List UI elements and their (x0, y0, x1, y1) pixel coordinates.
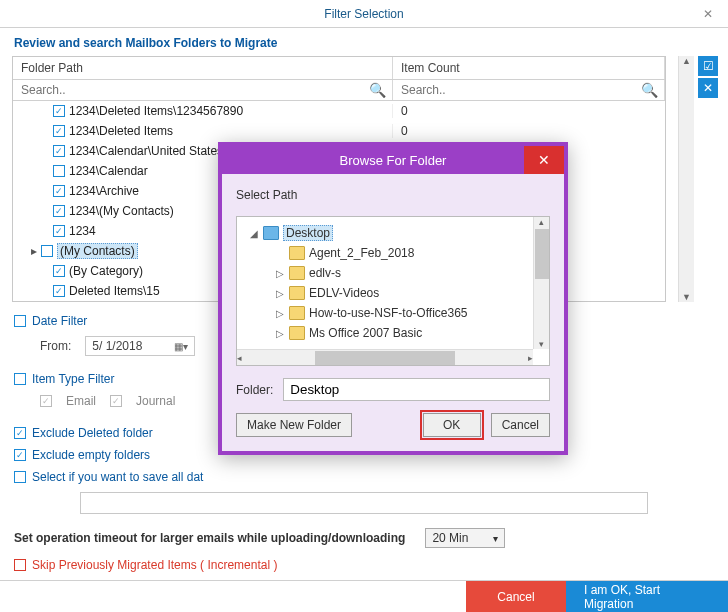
checkbox[interactable] (53, 125, 65, 137)
folder-icon (289, 246, 305, 260)
footer: Cancel I am OK, Start Migration (0, 580, 728, 612)
checkbox (110, 395, 122, 407)
search-folder-path[interactable] (19, 82, 369, 98)
folder-icon (289, 266, 305, 280)
browse-folder-dialog: Browse For Folder ✕ Select Path ◢Desktop… (218, 142, 568, 455)
select-all-icon[interactable]: ☑ (698, 56, 718, 76)
folder-icon (289, 286, 305, 300)
folder-path-label: (My Contacts) (57, 243, 138, 259)
checkbox[interactable] (14, 427, 26, 439)
folder-tree[interactable]: ◢DesktopAgent_2_Feb_2018▷edlv-s▷EDLV-Vid… (236, 216, 550, 366)
grid-scrollbar[interactable]: ▲▼ (678, 56, 694, 302)
expander-icon[interactable]: ◢ (249, 228, 259, 239)
clear-all-icon[interactable]: ✕ (698, 78, 718, 98)
tree-node-label: Ms Office 2007 Basic (309, 326, 422, 340)
tree-node[interactable]: Agent_2_Feb_2018 (241, 243, 545, 263)
close-icon[interactable]: ✕ (524, 146, 564, 174)
checkbox[interactable] (14, 559, 26, 571)
close-icon[interactable]: ✕ (688, 0, 728, 28)
search-icon[interactable]: 🔍 (369, 82, 386, 98)
checkbox[interactable] (41, 245, 53, 257)
item-count-value: 0 (393, 104, 665, 118)
tree-node-label: Desktop (283, 225, 333, 241)
checkbox[interactable] (53, 225, 65, 237)
cancel-button[interactable]: Cancel (491, 413, 550, 437)
from-date-input[interactable]: 5/ 1/2018 ▦▾ (85, 336, 195, 356)
tree-node[interactable]: ▷EDLV-Videos (241, 283, 545, 303)
col-item-count[interactable]: Item Count (393, 57, 665, 79)
checkbox[interactable] (53, 145, 65, 157)
checkbox[interactable] (53, 105, 65, 117)
col-folder-path[interactable]: Folder Path (13, 57, 393, 79)
tree-node-label: edlv-s (309, 266, 341, 280)
folder-icon (263, 226, 279, 240)
checkbox (40, 395, 52, 407)
table-row[interactable]: 1234\Deleted Items0 (13, 121, 665, 141)
table-row[interactable]: 1234\Deleted Items\12345678900 (13, 101, 665, 121)
start-migration-button[interactable]: I am OK, Start Migration (566, 581, 728, 612)
checkbox[interactable] (14, 471, 26, 483)
checkbox[interactable] (53, 185, 65, 197)
dialog-title: Browse For Folder (340, 153, 447, 168)
folder-path-label: 1234\Calendar (69, 164, 148, 178)
tree-node-label: EDLV-Videos (309, 286, 379, 300)
cancel-button[interactable]: Cancel (466, 581, 566, 612)
expander-icon[interactable]: ▷ (275, 308, 285, 319)
checkbox[interactable] (53, 265, 65, 277)
folder-path-label: 1234\(My Contacts) (69, 204, 174, 218)
tree-horizontal-scrollbar[interactable]: ◂▸ (237, 349, 533, 365)
calendar-icon[interactable]: ▦▾ (174, 341, 188, 352)
folder-icon (289, 306, 305, 320)
grid-header: Folder Path Item Count (13, 57, 665, 80)
select-path-label: Select Path (236, 188, 550, 202)
tree-node[interactable]: ▷Ms Office 2007 Basic (241, 323, 545, 343)
section-title: Review and search Mailbox Folders to Mig… (0, 28, 728, 56)
tree-node-label: Agent_2_Feb_2018 (309, 246, 414, 260)
timeout-label: Set operation timeout for larger emails … (14, 531, 405, 545)
search-icon[interactable]: 🔍 (641, 82, 658, 98)
ok-button[interactable]: OK (423, 413, 481, 437)
tree-node[interactable]: ◢Desktop (241, 223, 545, 243)
folder-path-label: 1234\Deleted Items (69, 124, 173, 138)
save-all-option[interactable]: Select if you want to save all dat (0, 466, 728, 488)
folder-path-label: (By Category) (69, 264, 143, 278)
folder-label: Folder: (236, 383, 273, 397)
checkbox[interactable] (53, 205, 65, 217)
tree-vertical-scrollbar[interactable]: ▴▾ (533, 217, 549, 349)
folder-icon (289, 326, 305, 340)
timeout-select[interactable]: 20 Min ▾ (425, 528, 505, 548)
expander-icon[interactable]: ▷ (275, 328, 285, 339)
window-titlebar: Filter Selection ✕ (0, 0, 728, 28)
checkbox[interactable] (14, 373, 26, 385)
window-title: Filter Selection (324, 7, 403, 21)
folder-path-label: 1234\Archive (69, 184, 139, 198)
folder-path-label: Deleted Items\15 (69, 284, 160, 298)
make-new-folder-button[interactable]: Make New Folder (236, 413, 352, 437)
chevron-down-icon: ▾ (493, 533, 498, 544)
expander-icon[interactable]: ▷ (275, 288, 285, 299)
checkbox[interactable] (14, 315, 26, 327)
item-count-value: 0 (393, 124, 665, 138)
checkbox[interactable] (53, 285, 65, 297)
search-item-count[interactable] (399, 82, 641, 98)
dialog-titlebar: Browse For Folder ✕ (222, 146, 564, 174)
date-filter-label: Date Filter (32, 314, 87, 328)
from-label: From: (40, 339, 71, 353)
skip-migrated-option[interactable]: Skip Previously Migrated Items ( Increme… (0, 554, 728, 576)
tree-node[interactable]: ▷edlv-s (241, 263, 545, 283)
grid-search-row: 🔍 🔍 (13, 80, 665, 101)
folder-path-label: 1234 (69, 224, 96, 238)
tree-node-label: How-to-use-NSF-to-Office365 (309, 306, 468, 320)
folder-path-label: 1234\Deleted Items\1234567890 (69, 104, 243, 118)
checkbox[interactable] (53, 165, 65, 177)
folder-input[interactable] (283, 378, 550, 401)
item-type-filter-label: Item Type Filter (32, 372, 114, 386)
expander-icon[interactable]: ▷ (275, 268, 285, 279)
tree-node[interactable]: ▷How-to-use-NSF-to-Office365 (241, 303, 545, 323)
save-path-input[interactable] (80, 492, 648, 514)
checkbox[interactable] (14, 449, 26, 461)
